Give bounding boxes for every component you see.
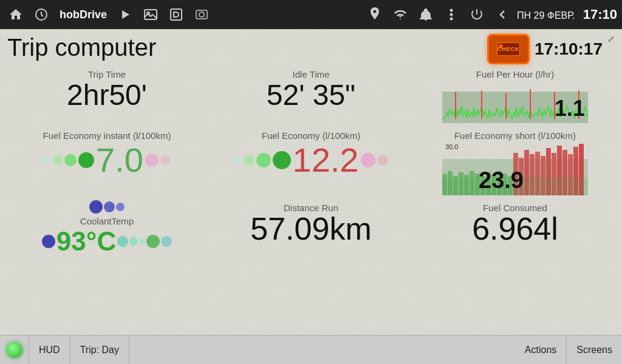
dot-r1 bbox=[145, 153, 159, 167]
fuel-consumed-cell: Fuel Consumed 6.964l bbox=[413, 198, 617, 259]
trip-day-button[interactable]: Trip: Day bbox=[70, 335, 129, 364]
dot-blue-3 bbox=[116, 203, 125, 211]
dot-green-r bbox=[146, 235, 160, 248]
svg-point-8 bbox=[450, 13, 453, 16]
green-dot-indicator bbox=[7, 342, 22, 358]
distance-run-cell: Distance Run 57.09km bbox=[209, 198, 413, 259]
app-title: hobDrive bbox=[60, 8, 107, 21]
fuel-economy-cell: Fuel Economy (l/100km) 12.2 bbox=[209, 126, 413, 198]
fuel-short-chart: 30.0 bbox=[442, 141, 588, 195]
fuel-economy-label: Fuel Economy (l/100km) bbox=[262, 130, 361, 141]
coolant-temp-label: CoolantTemp bbox=[80, 216, 134, 226]
idle-time-cell: Idle Time 52' 35" bbox=[209, 64, 413, 126]
trip-time-label: Trip Time bbox=[88, 69, 126, 79]
fuel-per-hour-chart-area: 1.1 bbox=[442, 79, 588, 123]
trip-time-cell: Trip Time 2hr50' bbox=[5, 64, 209, 126]
svg-rect-13 bbox=[499, 44, 500, 46]
dot-fe-1 bbox=[234, 157, 242, 164]
distance-run-value: 57.09km bbox=[250, 213, 371, 244]
svg-point-6 bbox=[199, 12, 204, 17]
power-icon[interactable] bbox=[466, 4, 488, 25]
actions-button[interactable]: Actions bbox=[515, 335, 567, 364]
dot-teal-r4 bbox=[161, 236, 172, 247]
fuel-per-hour-cell: Fuel Per Hour (l/hr) 1.1 bbox=[413, 64, 617, 126]
fuel-economy-instant-label: Fuel Economy instant (l/100km) bbox=[43, 130, 171, 141]
play-icon[interactable] bbox=[114, 4, 136, 25]
obd-icon[interactable] bbox=[191, 4, 213, 25]
coolant-temp-cell: CoolantTemp 93°C bbox=[5, 198, 209, 259]
page-title: Trip computer bbox=[7, 34, 156, 61]
svg-text:23.9: 23.9 bbox=[479, 167, 524, 193]
clock-display: 17:10:17 bbox=[535, 39, 603, 59]
coolant-temp-value: 93°C bbox=[56, 226, 116, 257]
idle-time-value: 52' 35" bbox=[267, 79, 355, 112]
svg-rect-4 bbox=[171, 9, 182, 20]
fuel-economy-instant-cell: Fuel Economy instant (l/100km) 7.0 bbox=[5, 126, 209, 198]
d-icon[interactable] bbox=[165, 4, 187, 25]
check-button[interactable]: CHECK bbox=[487, 34, 530, 64]
dot-blue-1 bbox=[89, 200, 103, 214]
dot-blue-2 bbox=[104, 201, 115, 212]
metrics-row3: CoolantTemp 93°C Distance Run 57.09km Fu… bbox=[0, 198, 622, 259]
bottom-bar-spacer bbox=[129, 335, 515, 364]
svg-point-7 bbox=[450, 9, 453, 12]
trip-time-value: 2hr50' bbox=[67, 79, 147, 112]
location-icon[interactable] bbox=[364, 4, 386, 25]
dot-teal-r3 bbox=[139, 238, 145, 244]
fuel-economy-instant-value: 7.0 bbox=[96, 143, 143, 177]
fuel-economy-short-label: Fuel Economy short (l/100km) bbox=[454, 130, 576, 141]
fuel-economy-value: 12.2 bbox=[293, 143, 359, 177]
expand-icon[interactable]: ⤢ bbox=[607, 34, 615, 44]
hud-button[interactable]: HUD bbox=[29, 335, 70, 364]
bottom-bar: HUD Trip: Day Actions Screens bbox=[0, 335, 622, 364]
svg-rect-2 bbox=[145, 10, 157, 19]
svg-marker-1 bbox=[122, 10, 129, 19]
main-content: Trip computer CHECK 17:10:17 ⤢ T bbox=[0, 29, 622, 335]
svg-point-9 bbox=[450, 18, 453, 21]
recent-apps-icon[interactable] bbox=[30, 4, 52, 25]
fuel-per-hour-chart: 1.1 bbox=[442, 79, 588, 123]
svg-rect-15 bbox=[498, 47, 500, 47]
notification-icon[interactable] bbox=[415, 4, 437, 25]
fuel-per-hour-label: Fuel Per Hour (l/hr) bbox=[476, 69, 554, 79]
menu-icon[interactable] bbox=[440, 4, 462, 25]
dot-fe-2 bbox=[244, 155, 255, 166]
dot-2 bbox=[53, 155, 63, 165]
fuel-short-chart-area: 30.0 bbox=[442, 141, 588, 195]
fuel-economy-dots: 12.2 bbox=[234, 143, 388, 177]
screens-button[interactable]: Screens bbox=[567, 335, 622, 364]
dot-3 bbox=[64, 154, 77, 166]
fuel-instant-dots: 7.0 bbox=[44, 143, 170, 177]
dot-fe-large bbox=[273, 151, 291, 169]
svg-rect-14 bbox=[501, 44, 502, 46]
dot-teal-r bbox=[117, 236, 128, 247]
back-icon[interactable] bbox=[491, 4, 513, 25]
wifi-icon[interactable] bbox=[389, 4, 411, 25]
fuel-economy-short-cell: Fuel Economy short (l/100km) 30.0 bbox=[413, 126, 617, 198]
idle-time-label: Idle Time bbox=[293, 69, 330, 79]
svg-rect-5 bbox=[196, 10, 207, 19]
green-dot-button[interactable] bbox=[0, 335, 29, 364]
coolant-dots-left bbox=[89, 200, 125, 214]
check-clock-area: CHECK 17:10:17 ⤢ bbox=[487, 34, 615, 64]
dot-small-1 bbox=[44, 157, 51, 164]
dot-large bbox=[78, 152, 94, 168]
image-icon[interactable] bbox=[140, 4, 162, 25]
dot-blue-l bbox=[42, 235, 55, 248]
home-icon[interactable] bbox=[5, 4, 27, 25]
dot-fe-r2 bbox=[377, 155, 388, 166]
dot-r2 bbox=[160, 155, 170, 165]
fuel-consumed-value: 6.964l bbox=[472, 213, 558, 244]
dot-fe-r1 bbox=[361, 153, 375, 167]
svg-text:30.0: 30.0 bbox=[445, 143, 458, 150]
metrics-grid: Trip Time 2hr50' Idle Time 52' 35" Fuel … bbox=[0, 64, 622, 198]
coolant-value-row: 93°C bbox=[42, 226, 172, 257]
top-row: Trip computer CHECK 17:10:17 ⤢ bbox=[0, 29, 622, 64]
datetime: ПН 29 ФЕВР. 17:10 bbox=[517, 7, 617, 22]
dot-teal-r2 bbox=[129, 237, 138, 246]
svg-text:1.1: 1.1 bbox=[555, 96, 585, 121]
dot-fe-3 bbox=[256, 153, 271, 167]
status-bar: hobDrive bbox=[0, 0, 622, 29]
